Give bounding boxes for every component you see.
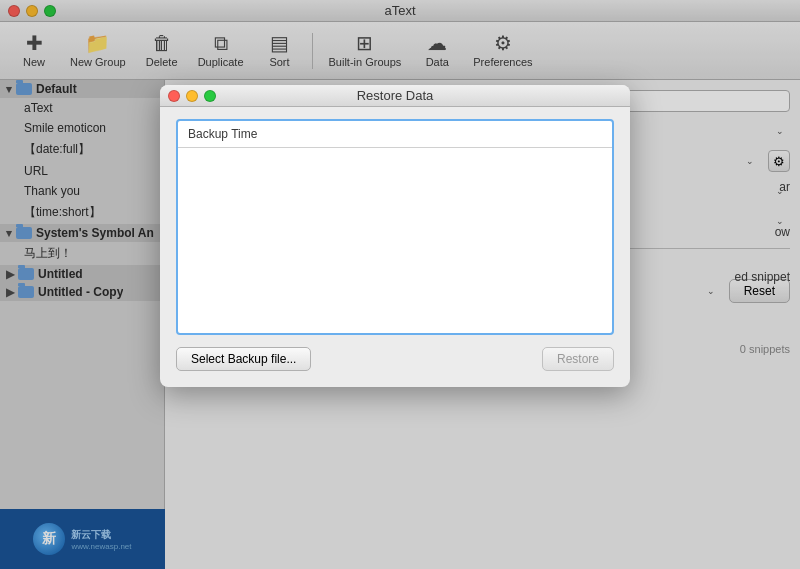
restore-modal: Restore Data Backup Time Select Backup f… [160, 85, 630, 387]
modal-window-controls [168, 90, 216, 102]
backup-table: Backup Time [176, 119, 614, 335]
modal-body: Backup Time Select Backup file... Restor… [160, 107, 630, 387]
modal-minimize-button[interactable] [186, 90, 198, 102]
modal-maximize-button[interactable] [204, 90, 216, 102]
modal-actions: Select Backup file... Restore [176, 347, 614, 371]
modal-title: Restore Data [357, 88, 434, 103]
modal-overlay: Restore Data Backup Time Select Backup f… [0, 0, 800, 569]
select-backup-button[interactable]: Select Backup file... [176, 347, 311, 371]
backup-table-header: Backup Time [178, 121, 612, 148]
modal-titlebar: Restore Data [160, 85, 630, 107]
modal-close-button[interactable] [168, 90, 180, 102]
restore-button[interactable]: Restore [542, 347, 614, 371]
backup-table-body [178, 148, 612, 333]
